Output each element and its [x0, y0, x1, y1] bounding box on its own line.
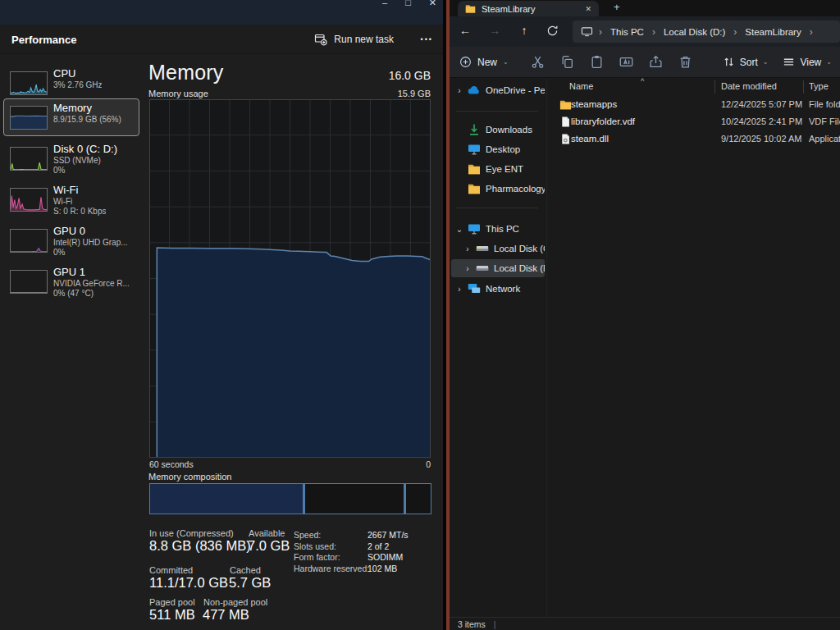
copy-button[interactable] — [553, 55, 582, 69]
detail-value: 477 MB — [203, 607, 249, 623]
file-date-modified: 10/24/2025 2:41 PM — [721, 116, 802, 126]
paste-button[interactable] — [582, 55, 612, 69]
new-tab-button[interactable]: + — [614, 1, 620, 13]
sort-label: Sort — [740, 57, 758, 68]
column-divider[interactable] — [803, 80, 804, 94]
memory-usage-chart[interactable] — [149, 99, 431, 458]
explorer-command-bar: New ⌄ Sort ⌄ View ⌄ ••• — [450, 47, 840, 78]
desktop-icon — [468, 143, 481, 156]
hardware-value: 102 MB — [368, 564, 397, 573]
memory-composition-bar[interactable] — [149, 483, 431, 514]
sidebar-item-sub: Intel(R) UHD Grap... — [53, 238, 128, 248]
breadcrumb-item-this-pc[interactable]: This PC — [605, 27, 650, 37]
pc-icon — [468, 222, 481, 235]
sidebar-item-onedrive-persona[interactable]: ›OneDrive - Persona — [451, 81, 545, 99]
column-header-name[interactable]: Name — [569, 81, 593, 91]
task-manager-more-button[interactable]: ••• — [421, 35, 433, 43]
chevron-right-icon[interactable]: › — [454, 86, 464, 95]
close-button[interactable]: ✕ — [429, 0, 436, 8]
folder-icon — [465, 3, 476, 14]
tab-close-icon[interactable]: ✕ — [585, 5, 591, 13]
file-icon — [559, 116, 572, 128]
task-manager-body: CPU3% 2.76 GHzMemory8.9/15.9 GB (56%)Dis… — [0, 54, 443, 630]
breadcrumb-item-local-disk-d-[interactable]: Local Disk (D:) — [658, 27, 731, 37]
chevron-right-icon[interactable]: › — [463, 264, 472, 273]
column-header-date-modified[interactable]: Date modified — [721, 81, 777, 91]
address-bar[interactable]: › This PC›Local Disk (D:)›SteamLibrary› — [573, 21, 840, 43]
memory-panel: Memory 16.0 GB Memory usage 15.9 GB 60 s… — [144, 54, 443, 630]
sidebar-item-label: Wi-Fi — [53, 184, 106, 197]
sidebar-item-gpu0[interactable]: GPU 0Intel(R) UHD Grap...0% — [3, 221, 139, 259]
memory-scale-label: 15.9 GB — [398, 89, 431, 98]
sidebar-item-eye-ent[interactable]: Eye ENT — [451, 160, 545, 178]
sidebar-item-text: Wi-FiWi-FiS: 0 R: 0 Kbps — [53, 184, 106, 216]
sidebar-item-local-disk-d-[interactable]: ›Local Disk (D:) — [451, 259, 545, 277]
up-button[interactable]: ↑ — [515, 24, 533, 37]
view-icon — [783, 56, 795, 68]
sidebar-item-wifi[interactable]: Wi-FiWi-FiS: 0 R: 0 Kbps — [3, 180, 139, 218]
file-row-libraryfolder-vdf[interactable]: libraryfolder.vdf10/24/2025 2:41 PMVDF F… — [547, 113, 840, 130]
sidebar-item-cpu[interactable]: CPU3% 2.76 GHz — [3, 64, 139, 102]
sidebar-item-label: This PC — [486, 224, 519, 234]
breadcrumb-item-steamlibrary[interactable]: SteamLibrary — [739, 27, 806, 37]
column-divider[interactable] — [714, 80, 715, 94]
sidebar-item-label: CPU — [53, 67, 102, 80]
disk0-mini-graph — [10, 147, 48, 171]
chart-axis-left: 60 seconds — [149, 459, 194, 469]
rename-icon — [619, 55, 633, 69]
sidebar-item-sub: 8.9/15.9 GB (56%) — [53, 115, 121, 125]
composition-free — [406, 484, 431, 514]
file-row-steamapps[interactable]: steamapps12/24/2025 5:07 PMFile folder — [547, 96, 840, 113]
window-caption-buttons: – □ ✕ — [382, 0, 436, 8]
task-manager-titlebar[interactable]: – □ ✕ — [0, 0, 443, 25]
gpu0-mini-graph — [10, 229, 48, 253]
run-new-task-button[interactable]: Run new task — [308, 30, 400, 49]
sidebar-item-desktop[interactable]: Desktop — [451, 140, 545, 158]
memory-mini-graph — [10, 106, 48, 130]
delete-button[interactable] — [671, 55, 701, 69]
sidebar-item-sub: Wi-Fi — [53, 197, 106, 207]
sidebar-item-pharmacology[interactable]: Pharmacology — [451, 180, 545, 198]
hardware-label: Speed: — [294, 530, 321, 540]
sidebar-item-label: Eye ENT — [486, 164, 523, 174]
sidebar-item-label: Local Disk (D:) — [494, 263, 545, 273]
sidebar-item-disk0[interactable]: Disk 0 (C: D:)SSD (NVMe)0% — [3, 139, 139, 177]
sidebar-item-local-disk-c-[interactable]: ›Local Disk (C:) — [451, 240, 545, 258]
share-button[interactable] — [641, 55, 671, 69]
hardware-value: SODIMM — [368, 552, 403, 562]
sidebar-item-gpu1[interactable]: GPU 1NVIDIA GeForce R...0% (47 °C) — [3, 262, 139, 300]
tab-steamlibrary[interactable]: SteamLibrary ✕ — [458, 1, 599, 16]
file-name: libraryfolder.vdf — [571, 116, 635, 126]
cut-button[interactable] — [523, 55, 553, 69]
column-header-type[interactable]: Type — [809, 81, 829, 91]
memory-usage-label: Memory usage — [148, 89, 208, 98]
delete-icon — [678, 55, 692, 69]
chevron-right-icon[interactable]: › — [454, 285, 464, 294]
file-row-steam-dll[interactable]: steam.dll9/12/2025 10:02 AMApplication — [547, 130, 840, 148]
paste-icon — [590, 55, 604, 69]
maximize-button[interactable]: □ — [405, 0, 411, 8]
dll-icon — [559, 133, 572, 145]
drive-os-icon — [476, 242, 489, 255]
minimize-button[interactable]: – — [382, 0, 387, 8]
sidebar-item-downloads[interactable]: Downloads — [451, 121, 545, 139]
new-button[interactable]: New ⌄ — [459, 56, 509, 68]
refresh-button[interactable] — [543, 24, 561, 37]
new-button-label: New — [477, 57, 497, 68]
wifi-mini-graph — [10, 188, 48, 212]
forward-button[interactable]: → — [486, 24, 504, 37]
file-type: Application — [809, 134, 840, 144]
share-icon — [649, 55, 663, 69]
sidebar-item-label: Network — [486, 284, 520, 294]
back-button[interactable]: ← — [456, 24, 474, 37]
sidebar-item-network[interactable]: ›Network — [451, 280, 545, 298]
sidebar-item-memory[interactable]: Memory8.9/15.9 GB (56%) — [3, 98, 139, 136]
sort-button[interactable]: Sort ⌄ — [723, 56, 769, 68]
view-button[interactable]: View ⌄ — [783, 56, 832, 68]
rename-button[interactable] — [612, 55, 641, 69]
sidebar-item-text: CPU3% 2.76 GHz — [53, 67, 102, 90]
sidebar-item-this-pc[interactable]: ⌄This PC — [451, 220, 545, 238]
chevron-down-icon[interactable]: ⌄ — [454, 225, 464, 234]
detail-label: Available — [249, 528, 285, 538]
chevron-right-icon[interactable]: › — [463, 244, 472, 253]
